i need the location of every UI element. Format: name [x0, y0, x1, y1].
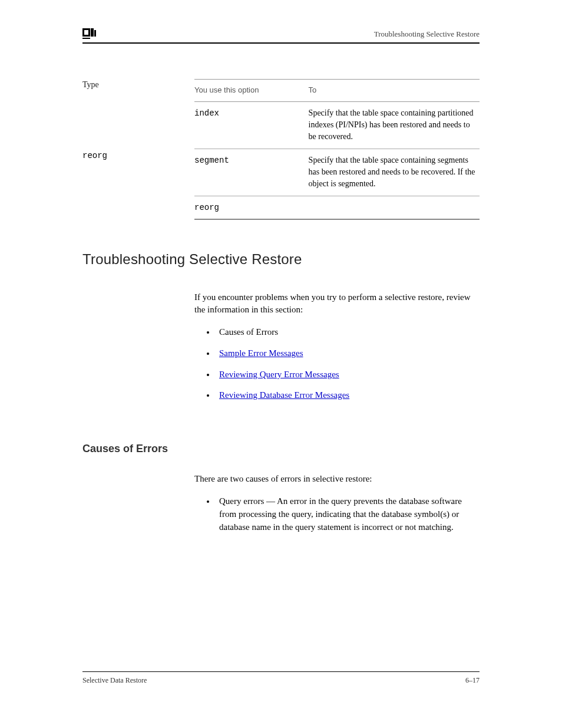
footer-right: 6–17	[465, 676, 480, 686]
cell-opt-1: segment	[194, 149, 309, 196]
cell-opt-0: index	[194, 101, 309, 149]
svg-rect-4	[82, 38, 90, 39]
subsection-title: Causes of Errors	[82, 441, 480, 456]
cell-opt-2: reorg	[194, 196, 309, 219]
cell-desc-1: Specify that the table space containing …	[309, 149, 480, 196]
cell-desc-0: Specify that the table space containing …	[309, 101, 480, 149]
bullet-text: Query errors — An error in the query pre…	[219, 496, 462, 532]
table-row: reorg	[194, 196, 480, 219]
brand-logo-icon	[82, 28, 99, 40]
section-intro: If you encounter problems when you try t…	[194, 291, 480, 317]
list-item: Causes of Errors	[216, 326, 480, 339]
footer-left: Selective Data Restore	[82, 676, 147, 686]
side-code-reorg: reorg	[82, 150, 189, 162]
section-bullet-list: Causes of Errors Sample Error Messages R…	[216, 326, 480, 402]
table-header-option: You use this option	[194, 80, 309, 102]
cell-desc-2	[309, 196, 480, 219]
table-header-desc: To	[309, 80, 480, 102]
subsection-bullet-list: Query errors — An error in the query pre…	[216, 495, 480, 533]
svg-rect-2	[91, 28, 94, 37]
bullet-text: Causes of Errors	[219, 327, 278, 337]
svg-rect-3	[94, 30, 96, 37]
table-row: segment Specify that the table space con…	[194, 149, 480, 196]
side-label-type: Type	[82, 79, 189, 91]
svg-rect-1	[84, 30, 88, 35]
section-title: Troubleshooting Selective Restore	[82, 249, 480, 270]
list-item: Sample Error Messages	[216, 347, 480, 360]
options-table: You use this option To index Specify tha…	[194, 79, 480, 220]
table-row: index Specify that the table space conta…	[194, 101, 480, 149]
page-header-right: Troubleshooting Selective Restore	[99, 29, 480, 40]
subsection-para: There are two causes of errors in select…	[194, 473, 480, 486]
link-database-errors[interactable]: Reviewing Database Error Messages	[219, 390, 349, 400]
list-item: Reviewing Query Error Messages	[216, 368, 480, 381]
link-query-errors[interactable]: Reviewing Query Error Messages	[219, 370, 339, 379]
list-item: Reviewing Database Error Messages	[216, 389, 480, 402]
list-item: Query errors — An error in the query pre…	[216, 495, 480, 533]
link-sample-errors[interactable]: Sample Error Messages	[219, 348, 303, 358]
